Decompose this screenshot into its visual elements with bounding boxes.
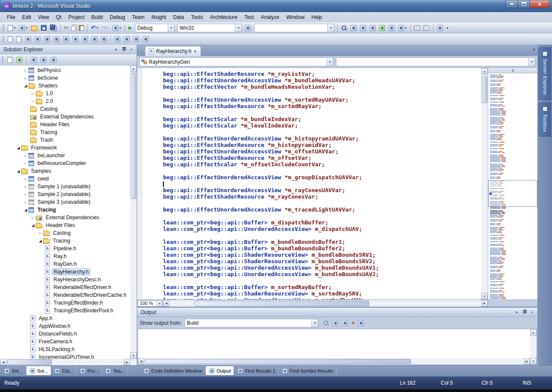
close-tool-window-icon[interactable]: × — [128, 46, 135, 53]
scroll-thumb[interactable] — [131, 73, 136, 199]
navigate-backward-button[interactable]: ▾ — [111, 24, 122, 32]
tool-tab-find-results-1[interactable]: Find Results 1 — [234, 366, 279, 376]
editor-tool-3-button[interactable] — [24, 35, 32, 43]
menu-file[interactable]: File — [3, 12, 19, 22]
menu-test[interactable]: Test — [241, 12, 257, 22]
menu-window[interactable]: Window — [282, 12, 308, 22]
tree-item-bephysics[interactable]: ▷bePhysics — [0, 66, 130, 74]
previous-message-button[interactable] — [331, 319, 340, 327]
tree-item-freecamera.h[interactable]: FreeCamera.h — [0, 338, 130, 345]
tree-item-tracingeffectbinder.h[interactable]: TracingEffectBinder.h — [0, 299, 130, 307]
editor-tool-12-button[interactable] — [113, 35, 122, 43]
code-editor[interactable]: beg::api::EffectShaderResource *m_rayLis… — [142, 68, 481, 299]
document-list-chevron-icon[interactable]: ▾ — [533, 47, 535, 52]
tree-item-bescene[interactable]: ▷beScene — [0, 74, 130, 82]
tool-tab-output[interactable]: Output — [205, 366, 234, 376]
editor-tool-13-button[interactable] — [122, 35, 131, 43]
tree-item-external-dependencies[interactable]: External Dependencies — [0, 113, 130, 121]
tree-item-beresourcecompiler[interactable]: ▷beResourceCompiler — [0, 159, 130, 167]
scroll-up-icon[interactable]: ▲ — [530, 329, 536, 336]
refresh-button[interactable] — [29, 56, 38, 64]
editor-tool-1-button[interactable] — [6, 35, 14, 43]
tool-tab-cla-[interactable]: Cla... — [51, 366, 77, 376]
undo-button[interactable]: ↶▾ — [90, 24, 100, 32]
editor-tool-9-button[interactable] — [81, 35, 89, 43]
expand-icon[interactable]: ▷ — [23, 162, 28, 165]
expand-icon[interactable]: ▷ — [23, 68, 28, 72]
tree-item-tracing[interactable]: ◢Tracing — [0, 237, 130, 245]
tree-item-casting[interactable]: Casting — [0, 105, 130, 113]
menu-help[interactable]: Help — [308, 12, 326, 22]
tree-item-belauncher[interactable]: ▷beLauncher — [0, 152, 130, 159]
auto-hide-pin-icon[interactable] — [521, 309, 528, 315]
cut-button[interactable]: ✂ — [63, 24, 70, 32]
tree-item-raygen.h[interactable]: RayGen.h — [0, 260, 130, 268]
close-tool-window-icon[interactable]: × — [529, 309, 536, 315]
solution-explorer-hscrollbar[interactable]: ◀ ▶ — [0, 359, 137, 365]
restore-button[interactable] — [518, 0, 530, 8]
tree-item-sample-3-unavailable-[interactable]: ▷Sample 3 (unavailable) — [0, 198, 130, 206]
tree-item-header-files[interactable]: ◢Header Files — [0, 221, 130, 229]
tree-item-external-dependencies[interactable]: ▷External Dependencies — [0, 214, 130, 221]
solution-explorer-header[interactable]: Solution Explorer ▾ × — [0, 45, 137, 54]
minimize-button[interactable] — [505, 0, 518, 8]
scroll-right-icon[interactable]: ▶ — [481, 300, 488, 307]
solution-configurations-combo[interactable]: Debug▾ — [135, 24, 175, 32]
tree-item-tracingeffectbinderpool.h[interactable]: TracingEffectBinderPool.h — [0, 307, 130, 314]
tree-item-trash[interactable]: Trash — [0, 136, 130, 144]
tree-item-pipeline.h[interactable]: Pipeline.h — [0, 245, 130, 252]
tree-item-tracing[interactable]: ◢Tracing — [0, 206, 130, 214]
menu-architecture[interactable]: Architecture — [207, 12, 241, 22]
toolbar-options-button[interactable]: ▾ — [445, 25, 450, 31]
output-header[interactable]: Output ▾ × — [137, 308, 537, 317]
menu-tools[interactable]: Tools — [188, 12, 207, 22]
editor-hscrollbar[interactable]: ◀ ▶ — [163, 300, 488, 307]
tree-item-hlslpacking.h[interactable]: HLSLPacking.h — [0, 345, 130, 353]
editor-tool-6-button[interactable] — [52, 35, 61, 43]
menu-data[interactable]: Data — [169, 12, 187, 22]
window-position-chevron-icon[interactable]: ▾ — [113, 46, 119, 53]
zoom-dropdown[interactable]: 100 % ▾ — [138, 300, 163, 307]
scroll-thumb[interactable] — [145, 359, 411, 364]
solution-platforms-combo[interactable]: Win32▾ — [177, 24, 242, 32]
editor-tool-8-button[interactable] — [71, 35, 80, 43]
expand-icon[interactable]: ▷ — [23, 76, 28, 80]
expand-icon[interactable]: ▷ — [30, 92, 36, 96]
start-debugging-button[interactable]: ▶ — [127, 24, 133, 31]
toolbar-tool-5-button[interactable] — [387, 24, 396, 32]
autohide-tab-server-explorer[interactable]: Server Explorer — [539, 47, 551, 100]
solution-explorer-vscrollbar[interactable]: ▲ ▼ — [130, 65, 137, 359]
window-position-chevron-icon[interactable]: ▾ — [513, 309, 520, 315]
scroll-down-icon[interactable]: ▼ — [530, 358, 536, 364]
tool-tab-code-definition-window[interactable]: Code Definition Window — [141, 366, 205, 376]
save-button[interactable] — [40, 24, 48, 31]
editor-tool-14-button[interactable] — [132, 35, 141, 43]
minimap-viewport[interactable] — [488, 180, 537, 207]
menu-project[interactable]: Project — [65, 12, 88, 22]
output-source-dropdown[interactable]: Build ▾ — [185, 319, 318, 327]
expand-icon[interactable]: ▷ — [30, 100, 36, 103]
scroll-left-icon[interactable]: ◀ — [138, 358, 144, 364]
toolbar-tool-8-button[interactable] — [422, 25, 431, 31]
collapse-icon[interactable]: ◢ — [23, 208, 28, 212]
tree-item-ceed[interactable]: ▷ceed — [0, 175, 130, 183]
scroll-thumb[interactable] — [194, 301, 369, 306]
menu-view[interactable]: View — [34, 12, 53, 22]
editor-tool-2-button[interactable] — [15, 35, 23, 43]
scroll-left-icon[interactable]: ◀ — [163, 300, 169, 307]
document-tab-rayhierarchy[interactable]: RayHierarchy.h × — [145, 46, 201, 56]
scroll-thumb[interactable] — [482, 76, 487, 103]
tree-item-header-files[interactable]: Header Files — [0, 121, 130, 128]
tree-item-app.h[interactable]: App.h — [0, 314, 130, 322]
toolbar-tool-3-button[interactable] — [368, 24, 377, 32]
close-button[interactable]: × — [530, 0, 549, 8]
types-dropdown[interactable]: RayHierarchyGen ▾ — [139, 57, 333, 66]
menu-edit[interactable]: Edit — [19, 12, 34, 22]
editor-tool-7-button[interactable] — [62, 35, 70, 43]
tree-item-samples[interactable]: ◢Samples — [0, 167, 130, 175]
properties-button[interactable] — [6, 56, 14, 64]
clear-all-button[interactable]: × — [350, 319, 356, 327]
menu-qt[interactable]: Qt — [53, 12, 65, 22]
tree-item-incrementalgputimer.h[interactable]: IncrementalGPUTimer.h — [0, 353, 130, 359]
view-code-button[interactable] — [49, 56, 58, 64]
